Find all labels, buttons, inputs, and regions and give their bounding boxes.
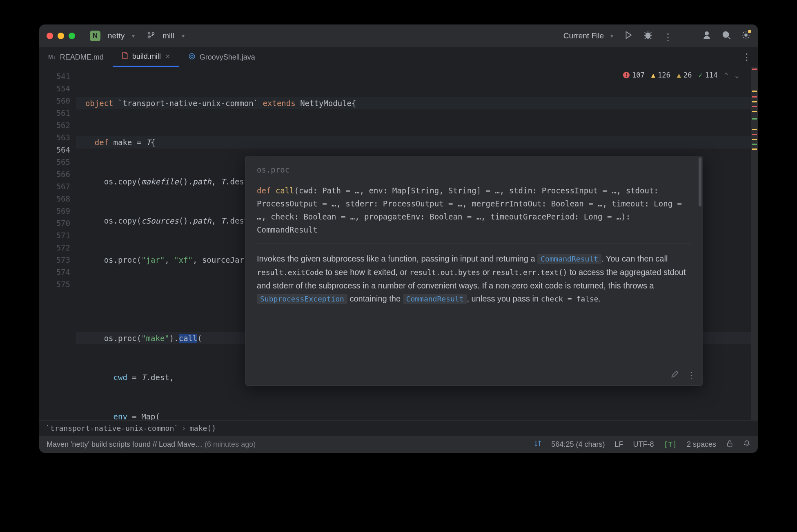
svg-point-6 [745,34,747,36]
run-icon[interactable] [624,31,633,41]
popup-scrollbar[interactable] [699,157,701,206]
window-controls [47,33,75,39]
svg-point-8 [191,55,193,58]
tab-label: GroovyShell.java [200,53,255,62]
weak-warning-count: 26 [683,71,692,79]
lock-icon[interactable] [726,440,733,449]
breadcrumb-sep-icon: › [182,424,186,432]
inspection-weak-warnings[interactable]: ▲ 26 [677,71,692,79]
inspection-warnings[interactable]: ▲ 126 [651,71,670,79]
popup-more-icon[interactable]: ⋮ [687,370,695,380]
inspection-prev-icon[interactable]: ⌃ [724,71,728,79]
run-config-chevron-icon: ▾ [610,33,613,39]
breadcrumb-seg[interactable]: make() [189,424,216,432]
run-config-label: Current File [563,31,604,40]
cursor-position[interactable]: 564:25 (4 chars) [551,440,605,449]
tab-label: build.mill [132,52,161,61]
documentation-popup: os.proc def call(cwd: Path = …, env: Map… [245,156,703,386]
more-actions-icon[interactable]: ⋮ [663,31,672,40]
close-window-icon[interactable] [47,33,53,39]
doc-owner: os.proc [257,165,691,174]
file-encoding[interactable]: UTF-8 [633,440,654,449]
warning-icon: ▲ [651,71,655,79]
indent-setting[interactable]: 2 spaces [687,440,716,449]
mill-file-icon [122,52,128,61]
vcs-branch-icon[interactable] [147,31,155,41]
svg-rect-9 [727,443,732,446]
breadcrumb-seg[interactable]: `transport-native-unix-common` [46,424,178,432]
tabs-menu-icon[interactable]: ⋮ [742,47,758,67]
line-number-gutter: 541 554 560 561 562 563 564 565 566 567 … [39,67,76,420]
tab-mode-indicator[interactable]: [T] [663,440,677,449]
svg-point-3 [646,33,650,39]
tab-label: README.md [60,53,104,62]
minimize-window-icon[interactable] [58,33,64,39]
pass-count: 114 [705,71,718,79]
close-tab-icon[interactable]: ✕ [165,53,170,60]
pass-icon: ✓ [699,71,703,79]
doc-divider [257,244,691,244]
inspection-passes[interactable]: ✓ 114 [699,71,718,79]
status-message[interactable]: Maven 'netty' build scripts found // Loa… [47,440,524,449]
tab-build-mill[interactable]: build.mill ✕ [113,47,179,67]
svg-point-0 [148,32,150,34]
debug-icon[interactable] [643,31,652,41]
branch-chevron-icon[interactable]: ▾ [182,33,185,39]
editor-tabs: M↓ README.md build.mill ✕ GroovyShell.ja… [39,47,758,67]
project-chevron-icon[interactable]: ▾ [132,33,135,39]
ide-window: N netty ▾ mill ▾ Current File ▾ ⋮ [39,24,758,453]
svg-point-2 [152,32,154,34]
java-file-icon [188,53,196,62]
status-swap-icon[interactable] [534,440,541,449]
search-icon[interactable] [722,31,731,41]
maximize-window-icon[interactable] [69,33,75,39]
inspection-errors[interactable]: ! 107 [623,71,645,79]
warning-count: 126 [658,71,670,79]
statusbar: Maven 'netty' build scripts found // Loa… [39,436,758,453]
weak-warning-icon: ▲ [677,71,681,79]
svg-point-7 [189,53,195,59]
inspection-next-icon[interactable]: ⌄ [735,71,739,79]
editor[interactable]: 541 554 560 561 562 563 564 565 566 567 … [39,67,758,420]
run-configuration-selector[interactable]: Current File ▾ [563,31,613,40]
error-count: 107 [632,71,645,79]
doc-description: Invokes the given subprocess like a func… [257,252,691,306]
inspection-summary[interactable]: ! 107 ▲ 126 ▲ 26 ✓ 114 ⌃ ⌄ [621,70,741,80]
edit-documentation-icon[interactable] [671,370,679,380]
titlebar: N netty ▾ mill ▾ Current File ▾ ⋮ [39,24,758,47]
titlebar-right-controls: Current File ▾ ⋮ [563,31,750,41]
settings-icon[interactable] [741,31,750,41]
tab-groovyshell[interactable]: GroovyShell.java [179,47,264,67]
code-with-me-icon[interactable] [702,31,711,41]
svg-point-4 [705,32,708,35]
breadcrumb[interactable]: `transport-native-unix-common` › make() [39,420,758,436]
error-stripe[interactable] [751,67,758,420]
error-icon: ! [623,72,630,78]
branch-name-label[interactable]: mill [163,31,174,40]
notifications-icon[interactable] [743,440,750,449]
tab-readme[interactable]: M↓ README.md [39,47,113,67]
project-badge[interactable]: N [90,31,100,41]
line-separator[interactable]: LF [614,440,623,449]
project-name-label[interactable]: netty [108,31,125,40]
svg-point-5 [723,32,729,38]
doc-signature: def call(cwd: Path = …, env: Map[String,… [257,184,691,236]
markdown-icon: M↓ [48,54,56,60]
